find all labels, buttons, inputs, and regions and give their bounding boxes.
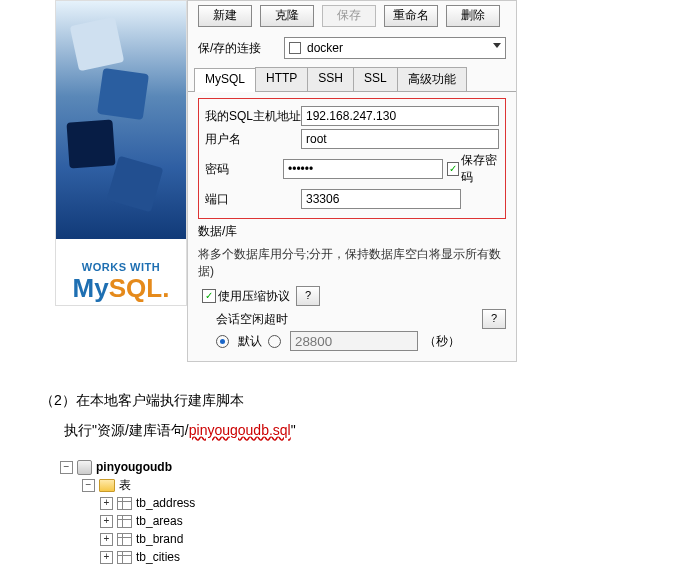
table-name: tb_brand [136,532,183,546]
tree-table-node[interactable]: +tb_cities [60,548,687,566]
table-icon [117,551,132,564]
delete-button[interactable]: 删除 [446,5,500,27]
table-name: tb_cities [136,550,180,564]
default-radio[interactable] [216,335,229,348]
works-with-text: WORKS WITH [82,262,160,273]
folder-icon [99,479,115,492]
timeout-input[interactable] [290,331,418,351]
tree-table-node[interactable]: +tb_address [60,494,687,512]
tab-bar: MySQL HTTP SSH SSL 高级功能 [188,67,516,92]
checkbox-checked-icon: ✓ [447,162,459,176]
checkbox-checked-icon: ✓ [202,289,216,303]
mysql-wordmark: MySQL. [73,275,170,301]
step2-command: 执行"资源/建库语句/pinyougoudb.sql" [64,422,687,440]
collapse-icon[interactable]: − [60,461,73,474]
custom-radio[interactable] [268,335,281,348]
connection-highlight-box: 我的SQL主机地址 用户名 密码 ✓ 保存密码 [198,98,506,219]
table-name: tb_address [136,496,195,510]
tab-ssl[interactable]: SSL [353,67,398,91]
idle-timeout-label: 会话空闲超时 [216,311,288,328]
tree-table-node[interactable]: +tb_brand [60,530,687,548]
tables-label: 表 [119,477,131,494]
table-name: tb_areas [136,514,183,528]
user-label: 用户名 [205,131,301,148]
default-radio-label: 默认 [238,333,262,350]
save-password-label: 保存密码 [461,152,499,186]
password-input[interactable] [283,159,443,179]
clone-button[interactable]: 克隆 [260,5,314,27]
expand-icon[interactable]: + [100,497,113,510]
tab-http[interactable]: HTTP [255,67,308,91]
tree-tables-node[interactable]: − 表 [60,476,687,494]
tree-db-node[interactable]: − pinyougoudb [60,458,687,476]
expand-icon[interactable]: + [100,515,113,528]
saved-connections-label: 保/存的连接 [198,40,278,57]
toolbar: 新建 克隆 保存 重命名 删除 [188,1,516,33]
db-name: pinyougoudb [96,460,172,474]
expand-icon[interactable]: + [100,533,113,546]
save-password-checkbox[interactable]: ✓ 保存密码 [447,152,499,186]
help-button[interactable]: ? [296,286,320,306]
table-icon [117,497,132,510]
port-input[interactable] [301,189,461,209]
connection-form: 新建 克隆 保存 重命名 删除 保/存的连接 docker MySQL HTTP… [187,0,517,362]
step2-title: （2）在本地客户端执行建库脚本 [40,392,687,410]
compression-label: 使用压缩协议 [218,288,290,305]
table-icon [117,515,132,528]
database-icon [77,460,92,475]
new-button[interactable]: 新建 [198,5,252,27]
tab-ssh[interactable]: SSH [307,67,354,91]
seconds-label: （秒） [424,333,460,350]
chevron-down-icon [493,43,501,48]
rename-button[interactable]: 重命名 [384,5,438,27]
tab-mysql[interactable]: MySQL [194,68,256,92]
table-icon [117,533,132,546]
compression-checkbox[interactable]: ✓ 使用压缩协议 [202,288,290,305]
script-filename: pinyougoudb.sql [189,422,291,438]
help-button[interactable]: ? [482,309,506,329]
saved-connections-combo[interactable]: docker [284,37,506,59]
connection-color-icon [289,42,301,54]
password-label: 密码 [205,161,283,178]
saved-connection-value: docker [307,41,343,55]
port-label: 端口 [205,191,301,208]
host-input[interactable] [301,106,499,126]
mysql-logo-panel: WORKS WITH MySQL. [55,0,187,306]
user-input[interactable] [301,129,499,149]
save-button: 保存 [322,5,376,27]
tree-table-node[interactable]: +tb_areas [60,512,687,530]
collapse-icon[interactable]: − [82,479,95,492]
database-tree: − pinyougoudb − 表 +tb_address+tb_areas+t… [60,458,687,567]
puzzle-image [56,1,186,239]
tab-advanced[interactable]: 高级功能 [397,67,467,91]
expand-icon[interactable]: + [100,551,113,564]
host-label: 我的SQL主机地址 [205,108,301,125]
database-label: 数据/库 [198,223,294,240]
database-hint: 将多个数据库用分号;分开，保持数据库空白将显示所有数据) [198,246,506,280]
